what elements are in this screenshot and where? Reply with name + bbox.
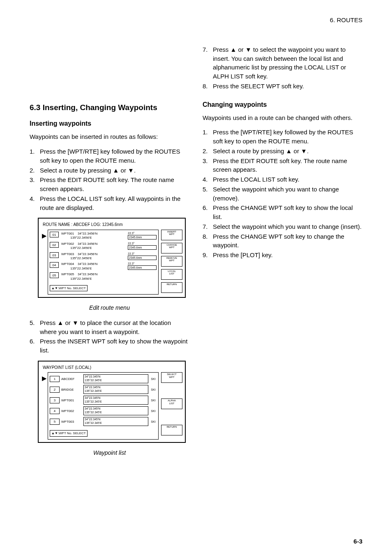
steps-list-1-cont: 7.Press ▲ or ▼ to select the waypoint yo… bbox=[203, 45, 362, 91]
route-row: 05 WPT005 34°22.3456'N 135°22.3456'E bbox=[50, 272, 157, 281]
two-column-layout: 6.3 Inserting, Changing Waypoints Insert… bbox=[30, 45, 362, 464]
step-item: 3.Press the EDIT ROUTE soft key. The rou… bbox=[203, 157, 362, 175]
wp-row: 2 BRIDGE 34°22.345'N 135°22.345'E SKI bbox=[50, 385, 157, 394]
subsection-heading: Changing waypoints bbox=[203, 100, 362, 109]
wp-row: 3 WPT001 34°22.345'N 135°22.345'E SKI bbox=[50, 396, 157, 405]
figure-caption: Waypoint list bbox=[30, 449, 189, 457]
step-item: 5.Select the waypoint which you want to … bbox=[203, 185, 362, 203]
figure-softkeys: INSERT WPT CHANGE WPT REMOVE WPT LOCAL L… bbox=[159, 230, 182, 295]
route-row: 01 WPT001 34°22.3456'N 135°22.3456'E 22.… bbox=[50, 232, 157, 240]
page-header: 6. ROUTES bbox=[30, 16, 362, 25]
intro-text: Waypoints used in a route can be changed… bbox=[203, 113, 362, 122]
intro-text: Waypoints can be inserted in routes as f… bbox=[30, 132, 189, 141]
softkey-remove-wpt[interactable]: REMOVE WPT bbox=[161, 256, 182, 267]
step-item: 2.Select a route by pressing ▲ or ▼. bbox=[30, 166, 189, 175]
figure-softkeys: SELECT WPT ALPHA LIST RETURN bbox=[159, 372, 182, 440]
figure-footer-hint: ▲▼:WPT No. SELECT bbox=[50, 430, 88, 437]
softkey-change-wpt[interactable]: CHANGE WPT bbox=[161, 243, 182, 253]
softkey-local-list[interactable]: LOCAL LIST bbox=[161, 269, 182, 280]
figure-main-list: 1 ABCDEF 34°22.345'N 135°22.345'E SKI 2 … bbox=[48, 372, 159, 440]
right-column: 7.Press ▲ or ▼ to select the waypoint yo… bbox=[203, 45, 362, 464]
softkey-return[interactable]: RETURN bbox=[161, 282, 182, 293]
subsection-heading: Inserting waypoints bbox=[30, 119, 189, 128]
cursor-arrow-icon: ▶ bbox=[41, 372, 48, 440]
section-heading: 6.3 Inserting, Changing Waypoints bbox=[30, 102, 189, 113]
step-item: 6.Press the INSERT WPT soft key to show … bbox=[30, 337, 189, 355]
figure-caption: Edit route menu bbox=[30, 304, 189, 312]
route-row: 03 WPT003 34°22.3456'N 135°22.3456'E 22.… bbox=[50, 252, 157, 261]
route-row: 04 WPT004 34°22.3456'N 135°22.3456'E 22.… bbox=[50, 262, 157, 271]
steps-list-1: 1.Press the [WPT/RTE] key followed by th… bbox=[30, 147, 189, 212]
figure-waypoint-list: WAYPOINT LIST (LOCAL) ▶ 1 ABCDEF 34°22.3… bbox=[38, 361, 186, 443]
steps-list-1b: 5.Press ▲ or ▼ to place the cursor at th… bbox=[30, 318, 189, 355]
figure-edit-route: ROUTE NAME : ABCDEF LOG: 12345.6nm ▶ 01 … bbox=[38, 218, 186, 297]
step-item: 4.Press the LOCAL LIST soft key. All way… bbox=[30, 194, 189, 212]
figure-title: WAYPOINT LIST (LOCAL) bbox=[41, 364, 182, 373]
step-item: 7.Press ▲ or ▼ to select the waypoint yo… bbox=[203, 45, 362, 81]
steps-list-2: 1.Press the [WPT/RTE] key followed by th… bbox=[203, 128, 362, 260]
softkey-select-wpt[interactable]: SELECT WPT bbox=[161, 372, 182, 383]
wp-row: 1 ABCDEF 34°22.345'N 135°22.345'E SKI bbox=[50, 374, 157, 383]
step-item: 4.Press the LOCAL LIST soft key. bbox=[203, 175, 362, 184]
step-item: 1.Press the [WPT/RTE] key followed by th… bbox=[30, 147, 189, 165]
step-item: 6.Press the CHANGE WPT soft key to show … bbox=[203, 203, 362, 221]
wp-row: 5 WPT003 34°22.345'N 135°22.345'E SKI bbox=[50, 417, 157, 426]
figure-footer-hint: ▲▼:WPT No. SELECT bbox=[50, 285, 88, 292]
route-row: 02 WPT002 34°22.3456'N 135°22.3456'E 22.… bbox=[50, 242, 157, 251]
step-item: 8.Press the SELECT WPT soft key. bbox=[203, 82, 362, 91]
softkey-alpha-list[interactable]: ALPHA LIST bbox=[161, 398, 182, 409]
figure-main-list: 01 WPT001 34°22.3456'N 135°22.3456'E 22.… bbox=[48, 230, 159, 295]
step-item: 3.Press the EDIT ROUTE soft key. The rou… bbox=[30, 175, 189, 193]
softkey-insert-wpt[interactable]: INSERT WPT bbox=[161, 230, 182, 240]
step-item: 1.Press the [WPT/RTE] key followed by th… bbox=[203, 128, 362, 146]
figure-title: ROUTE NAME : ABCDEF LOG: 12345.6nm bbox=[41, 221, 182, 230]
cursor-arrow-icon: ▶ bbox=[41, 230, 48, 295]
page-number: 6-3 bbox=[353, 537, 362, 546]
left-column: 6.3 Inserting, Changing Waypoints Insert… bbox=[30, 45, 189, 464]
step-item: 7.Select the waypoint which you want to … bbox=[203, 222, 362, 231]
step-item: 8.Press the CHANGE WPT soft key to chang… bbox=[203, 232, 362, 250]
step-item: 5.Press ▲ or ▼ to place the cursor at th… bbox=[30, 318, 189, 336]
step-item: 9.Press the [PLOT] key. bbox=[203, 251, 362, 260]
step-item: 2.Select a route by pressing ▲ or ▼. bbox=[203, 147, 362, 156]
softkey-return[interactable]: RETURN bbox=[161, 425, 182, 435]
wp-row: 4 WPT002 34°22.345'N 135°22.345'E SKI bbox=[50, 406, 157, 415]
